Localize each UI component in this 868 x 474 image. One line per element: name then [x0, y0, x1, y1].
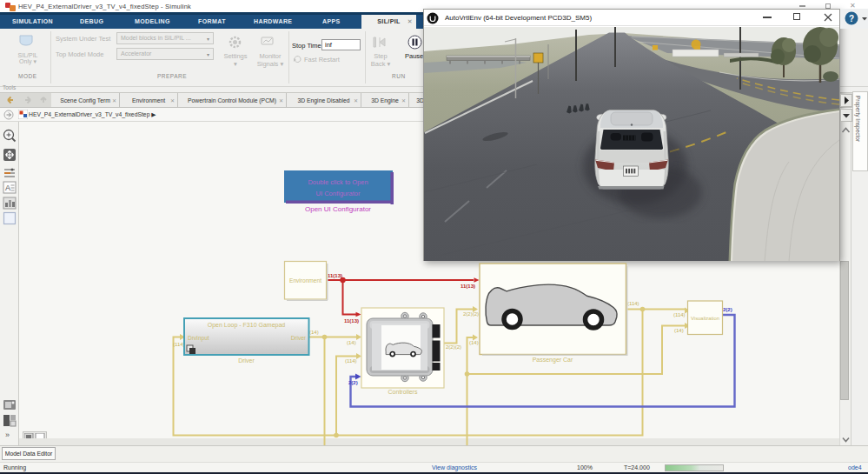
svg-text:(114): (114): [627, 301, 639, 306]
svg-text:Passenger Car: Passenger Car: [533, 357, 573, 364]
svg-text:Open Loop - F310 Gamepad: Open Loop - F310 Gamepad: [208, 322, 286, 329]
svg-text:11(13): 11(13): [344, 318, 359, 324]
svg-text:(114): (114): [345, 358, 357, 364]
svg-text:UI Configurator: UI Configurator: [316, 190, 361, 197]
svg-text:(14): (14): [469, 340, 479, 345]
svg-text:Environment: Environment: [289, 277, 321, 284]
svg-text:(14): (14): [347, 340, 356, 345]
svg-text:2(2): 2(2): [348, 380, 358, 385]
svg-text:(14): (14): [674, 328, 684, 333]
svg-text:Driver: Driver: [291, 335, 307, 341]
svg-text:2(2)(2): 2(2)(2): [463, 311, 479, 317]
svg-text:(14): (14): [309, 330, 319, 335]
svg-text:Visualization: Visualization: [691, 316, 719, 321]
svg-text:Open UI Configurator: Open UI Configurator: [305, 205, 371, 213]
svg-text:(114): (114): [673, 312, 686, 317]
svg-text:2(2): 2(2): [723, 307, 732, 312]
svg-text:Driver: Driver: [238, 357, 255, 364]
svg-text:Double click to Open: Double click to Open: [308, 178, 368, 186]
svg-text:11(13): 11(13): [328, 273, 342, 278]
svg-text:(114): (114): [173, 342, 185, 347]
svg-text:Controllers: Controllers: [388, 389, 418, 395]
svg-text:2(2)(2): 2(2)(2): [446, 344, 461, 350]
svg-text:11(13): 11(13): [461, 284, 475, 289]
svg-text:DrvInput: DrvInput: [188, 335, 209, 342]
